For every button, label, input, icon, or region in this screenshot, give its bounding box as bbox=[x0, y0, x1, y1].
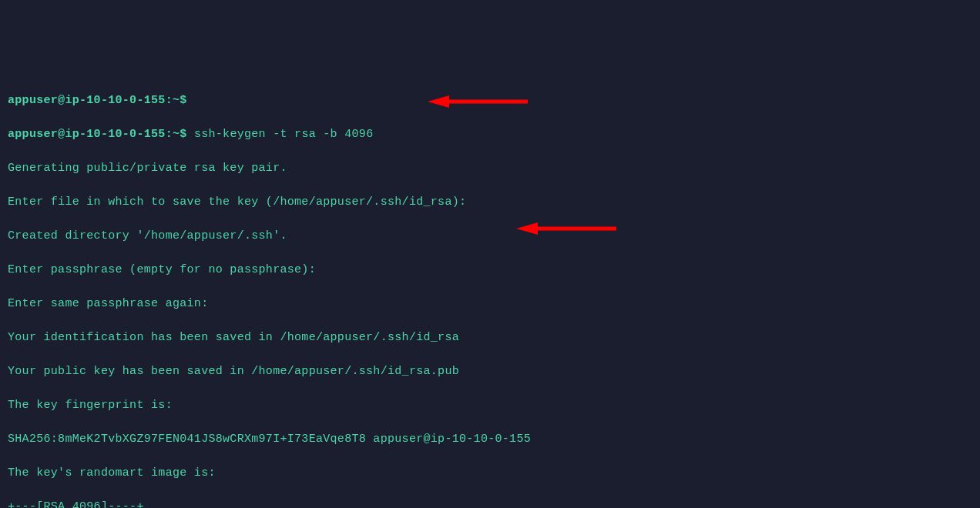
terminal-output-line: The key's randomart image is: bbox=[8, 465, 972, 482]
terminal-output-line: Your public key has been saved in /home/… bbox=[8, 363, 972, 380]
prompt-separator: : bbox=[166, 94, 173, 107]
terminal-output-line: Generating public/private rsa key pair. bbox=[8, 160, 972, 177]
command-text[interactable]: ssh-keygen -t rsa -b 4096 bbox=[194, 128, 374, 141]
prompt-user-host: appuser@ip-10-10-0-155 bbox=[8, 94, 166, 107]
prompt-tilde: ~ bbox=[173, 94, 180, 107]
terminal-output-line: Your identification has been saved in /h… bbox=[8, 329, 972, 346]
prompt-separator: : bbox=[166, 128, 173, 141]
terminal-output-line: Enter passphrase (empty for no passphras… bbox=[8, 262, 972, 279]
terminal-line: appuser@ip-10-10-0-155:~$ bbox=[8, 92, 972, 109]
terminal-output-line: Enter file in which to save the key (/ho… bbox=[8, 194, 972, 211]
prompt-dollar: $ bbox=[180, 128, 186, 141]
terminal-window: appuser@ip-10-10-0-155:~$ appuser@ip-10-… bbox=[8, 75, 972, 508]
terminal-output-line: +---[RSA 4096]----+ bbox=[8, 499, 972, 508]
prompt-dollar: $ bbox=[180, 94, 186, 107]
terminal-output-line: SHA256:8mMeK2TvbXGZ97FEN041JS8wCRXm97I+I… bbox=[8, 431, 972, 448]
prompt-tilde: ~ bbox=[173, 128, 180, 141]
terminal-output-line: Created directory '/home/appuser/.ssh'. bbox=[8, 228, 972, 245]
terminal-output-line: The key fingerprint is: bbox=[8, 397, 972, 414]
terminal-line: appuser@ip-10-10-0-155:~$ ssh-keygen -t … bbox=[8, 126, 972, 143]
prompt-user-host: appuser@ip-10-10-0-155 bbox=[8, 128, 166, 141]
command-text[interactable] bbox=[187, 128, 194, 141]
terminal-output-line: Enter same passphrase again: bbox=[8, 296, 972, 312]
